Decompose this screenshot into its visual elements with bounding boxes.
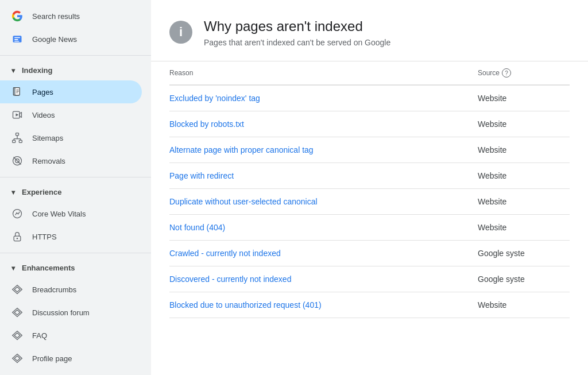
sidebar-item-label: Discussion forum	[32, 308, 90, 317]
svg-rect-3	[14, 41, 19, 41]
sidebar-item-label: Core Web Vitals	[32, 210, 86, 218]
row-reason: Excluded by 'noindex' tag	[169, 94, 478, 103]
sidebar-item-label: Removals	[32, 157, 65, 165]
row-source: Website	[478, 94, 570, 103]
sidebar-item-faq[interactable]: FAQ	[0, 324, 142, 347]
sidebar-item-google-news[interactable]: Google News	[0, 28, 151, 51]
info-icon: i	[169, 21, 192, 44]
row-reason: Duplicate without user-selected canonica…	[169, 197, 478, 206]
header-text: Why pages aren't indexed Pages that aren…	[204, 18, 390, 47]
sidebar-item-discussion-forum[interactable]: Discussion forum	[0, 301, 142, 324]
table-row[interactable]: Alternate page with proper canonical tag…	[169, 137, 570, 163]
google-icon	[11, 10, 23, 22]
table-row[interactable]: Discovered - currently not indexed Googl…	[169, 266, 570, 292]
sidebar-item-label: HTTPS	[32, 233, 57, 241]
row-source: Google syste	[478, 275, 570, 284]
svg-rect-1	[14, 37, 20, 38]
row-source: Website	[478, 197, 570, 206]
svg-point-23	[17, 238, 18, 239]
column-header-reason: Reason	[169, 69, 478, 77]
row-source: Website	[478, 171, 570, 180]
svg-rect-13	[19, 140, 22, 142]
https-icon	[11, 231, 23, 242]
row-reason: Not found (404)	[169, 223, 478, 232]
svg-rect-12	[13, 140, 16, 142]
table-row[interactable]: Duplicate without user-selected canonica…	[169, 189, 570, 215]
sidebar-item-label: Pages	[32, 88, 53, 96]
section-label: Experience	[22, 188, 61, 196]
sidebar-item-profile-page[interactable]: Profile page	[0, 347, 142, 370]
page-subtitle: Pages that aren't indexed can't be serve…	[204, 38, 390, 47]
column-header-source: Source ?	[478, 68, 570, 78]
svg-marker-31	[14, 356, 20, 361]
page-header: i Why pages aren't indexed Pages that ar…	[151, 0, 588, 61]
row-reason: Blocked by robots.txt	[169, 119, 478, 129]
sidebar-item-label: Breadcrumbs	[32, 285, 76, 294]
table-body: Excluded by 'noindex' tag Website Blocke…	[169, 86, 570, 318]
sidebar: Search results Google News ▾ Indexing	[0, 0, 151, 375]
sidebar-item-breadcrumbs[interactable]: Breadcrumbs	[0, 278, 142, 301]
reasons-table: Reason Source ? Excluded by 'noindex' ta…	[151, 61, 588, 318]
svg-marker-25	[14, 287, 20, 292]
svg-marker-27	[14, 310, 20, 315]
divider-1	[0, 55, 151, 56]
sitemaps-icon	[11, 132, 23, 144]
faq-icon	[11, 330, 23, 341]
page-title: Why pages aren't indexed	[204, 18, 390, 34]
table-row[interactable]: Crawled - currently not indexed Google s…	[169, 241, 570, 266]
section-label: Indexing	[22, 66, 52, 75]
sidebar-item-label: Profile page	[32, 354, 72, 363]
table-row[interactable]: Blocked due to unauthorized request (401…	[169, 292, 570, 318]
row-reason: Page with redirect	[169, 171, 478, 180]
main-content: i Why pages aren't indexed Pages that ar…	[151, 0, 588, 375]
svg-marker-29	[14, 333, 20, 338]
sidebar-item-removals[interactable]: Removals	[0, 149, 142, 172]
row-source: Google syste	[478, 249, 570, 258]
help-icon[interactable]: ?	[502, 68, 511, 78]
row-source: Website	[478, 145, 570, 154]
divider-3	[0, 253, 151, 253]
profile-page-icon	[11, 353, 23, 364]
sidebar-item-https[interactable]: HTTPS	[0, 225, 142, 248]
section-header-enhancements[interactable]: ▾ Enhancements	[0, 258, 151, 278]
pages-icon	[11, 86, 23, 98]
sidebar-item-label: Google News	[32, 35, 77, 44]
breadcrumbs-icon	[11, 284, 23, 295]
chevron-down-icon: ▾	[11, 188, 15, 196]
sidebar-item-label: Search results	[32, 12, 80, 21]
table-row[interactable]: Blocked by robots.txt Website	[169, 111, 570, 137]
row-reason: Discovered - currently not indexed	[169, 275, 478, 284]
sidebar-item-label: FAQ	[32, 331, 47, 340]
section-header-experience[interactable]: ▾ Experience	[0, 182, 151, 202]
svg-rect-11	[16, 133, 19, 136]
sidebar-item-pages[interactable]: Pages	[0, 80, 142, 103]
sidebar-item-label: Videos	[32, 111, 55, 119]
table-row[interactable]: Excluded by 'noindex' tag Website	[169, 86, 570, 111]
divider-2	[0, 177, 151, 177]
chevron-down-icon: ▾	[11, 264, 15, 272]
table-row[interactable]: Not found (404) Website	[169, 215, 570, 241]
sidebar-item-sitemaps[interactable]: Sitemaps	[0, 126, 142, 149]
row-source: Website	[478, 300, 570, 310]
discussion-forum-icon	[11, 307, 23, 318]
table-header: Reason Source ?	[169, 61, 570, 86]
svg-line-19	[14, 157, 21, 165]
sidebar-item-label: Sitemaps	[32, 134, 63, 142]
svg-marker-10	[16, 114, 19, 117]
sidebar-item-core-web-vitals[interactable]: Core Web Vitals	[0, 202, 142, 225]
removals-icon	[11, 155, 23, 167]
sidebar-item-search-results[interactable]: Search results	[0, 5, 151, 28]
chevron-down-icon: ▾	[11, 67, 15, 75]
core-web-vitals-icon	[11, 208, 23, 219]
table-row[interactable]: Page with redirect Website	[169, 163, 570, 189]
row-reason: Alternate page with proper canonical tag	[169, 145, 478, 154]
section-label: Enhancements	[22, 264, 75, 272]
row-source: Website	[478, 223, 570, 232]
row-reason: Blocked due to unauthorized request (401…	[169, 300, 478, 310]
sidebar-item-videos[interactable]: Videos	[0, 103, 142, 126]
google-news-icon	[11, 33, 23, 45]
row-source: Website	[478, 119, 570, 129]
videos-icon	[11, 109, 23, 121]
row-reason: Crawled - currently not indexed	[169, 249, 478, 258]
section-header-indexing[interactable]: ▾ Indexing	[0, 60, 151, 80]
